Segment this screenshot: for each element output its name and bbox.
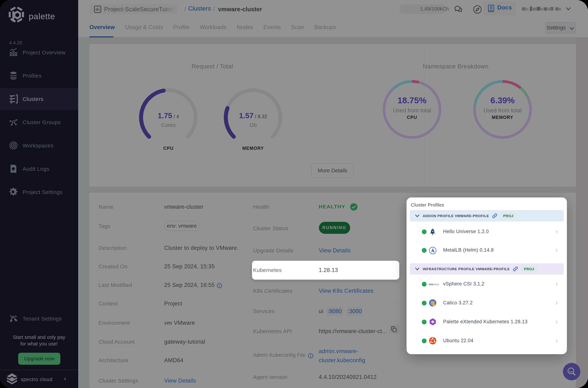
svg-text:vm: vm — [428, 283, 433, 286]
svg-text:ware: ware — [432, 283, 439, 286]
